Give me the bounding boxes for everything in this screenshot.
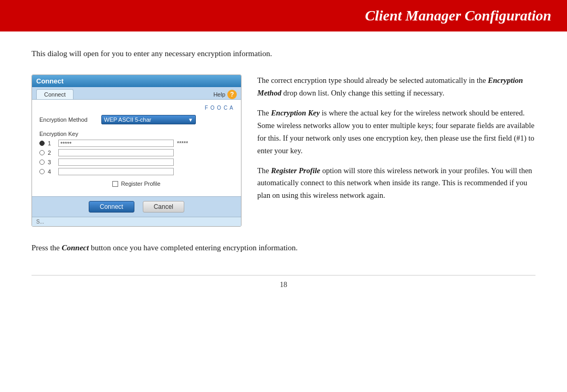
- register-profile-checkbox[interactable]: [112, 181, 118, 187]
- middle-section: Connect Connect Help ? F O O C A Encrypt…: [32, 75, 536, 227]
- dialog-titlebar: Connect: [32, 75, 241, 87]
- radio-key-1[interactable]: [39, 141, 45, 146]
- radio-key-2[interactable]: [39, 150, 45, 155]
- key-row-2: 2: [39, 149, 234, 156]
- radio-key-4[interactable]: [39, 169, 45, 174]
- dialog-inner: F O O C A Encryption Method WEP ASCII 5-…: [32, 100, 241, 196]
- para1-before: The correct encryption type should alrea…: [257, 76, 488, 84]
- key-input-3[interactable]: [58, 158, 174, 166]
- dialog-ssid: F O O C A: [39, 105, 234, 111]
- bottom-before: Press the: [32, 243, 62, 252]
- dialog-tab-help: Help ?: [213, 90, 237, 99]
- dialog-title: Connect: [36, 77, 64, 85]
- description-para-3: The Register Profile option will store t…: [257, 165, 536, 203]
- encryption-method-select[interactable]: WEP ASCII 5-char ▼: [101, 115, 196, 124]
- dialog-tab-connect: Connect: [36, 89, 74, 99]
- header: Client Manager Configuration: [0, 0, 567, 31]
- key-row-1: 1 ***** *****: [39, 140, 234, 147]
- key-input-1[interactable]: *****: [58, 140, 174, 147]
- key-row-3: 3: [39, 158, 234, 166]
- connect-button[interactable]: Connect: [89, 201, 134, 213]
- encryption-method-value: WEP ASCII 5-char: [104, 116, 151, 123]
- main-content: This dialog will open for you to enter a…: [0, 31, 567, 275]
- dialog-buttons: Connect Cancel: [32, 196, 241, 217]
- key-number-4: 4: [48, 168, 55, 175]
- bottom-italic: Connect: [62, 243, 89, 252]
- para2-italic: Encryption Key: [271, 109, 320, 117]
- key-row-4: 4: [39, 168, 234, 175]
- cancel-button[interactable]: Cancel: [143, 201, 184, 213]
- bottom-paragraph: Press the Connect button once you have c…: [32, 241, 536, 254]
- key-number-1: 1: [48, 140, 55, 146]
- bottom-after: button once you have completed entering …: [89, 243, 298, 252]
- key-input-4[interactable]: [58, 168, 174, 175]
- dialog-screenshot: Connect Connect Help ? F O O C A Encrypt…: [32, 75, 242, 227]
- description-para-2: The Encryption Key is where the actual k…: [257, 107, 536, 157]
- encryption-key-label: Encryption Key: [39, 131, 234, 137]
- register-profile-row: Register Profile: [39, 181, 234, 187]
- help-icon: ?: [227, 90, 237, 99]
- key-input-2[interactable]: [58, 149, 174, 156]
- dialog-status-bar: S...: [32, 217, 241, 226]
- encryption-method-label: Encryption Method: [39, 116, 97, 123]
- encryption-method-row: Encryption Method WEP ASCII 5-char ▼: [39, 115, 234, 124]
- para1-after: drop down list. Only change this setting…: [281, 89, 444, 97]
- dialog-tabs: Connect Help ?: [32, 87, 241, 100]
- para3-italic: Register Profile: [271, 166, 320, 175]
- description-para-1: The correct encryption type should alrea…: [257, 75, 536, 100]
- register-profile-label: Register Profile: [121, 181, 160, 187]
- right-description: The correct encryption type should alrea…: [257, 75, 536, 227]
- dialog-body: Connect Help ? F O O C A Encryption Meth…: [32, 87, 241, 226]
- key-number-2: 2: [48, 150, 55, 156]
- dropdown-arrow-icon: ▼: [188, 117, 193, 123]
- para3-before: The: [257, 166, 271, 175]
- page-number: 18: [280, 281, 287, 289]
- footer: 18: [32, 275, 536, 294]
- radio-key-3[interactable]: [39, 160, 45, 165]
- encryption-key-section: Encryption Key 1 ***** ***** 2: [39, 131, 234, 175]
- key-value-1: *****: [177, 140, 188, 146]
- key-number-3: 3: [48, 159, 55, 165]
- para2-before: The: [257, 109, 271, 117]
- intro-paragraph: This dialog will open for you to enter a…: [32, 47, 536, 60]
- page-title: Client Manager Configuration: [365, 7, 551, 24]
